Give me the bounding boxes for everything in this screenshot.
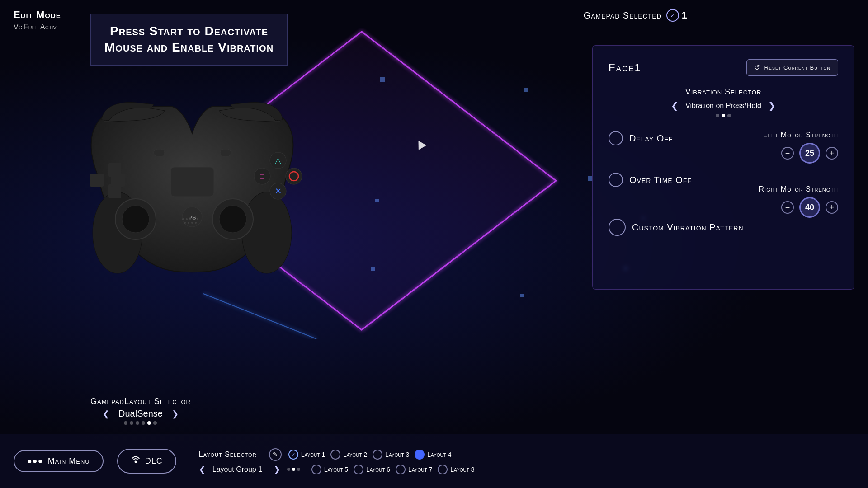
press-start-line2: Mouse and Enable Vibration: [104, 39, 274, 56]
layout-dot-6: [153, 421, 157, 425]
svg-rect-7: [90, 174, 104, 187]
left-motor-increase[interactable]: +: [826, 147, 838, 160]
layout-5-label: Layout 5: [324, 466, 348, 473]
layout-4-radio[interactable]: [415, 450, 425, 460]
custom-vibration-option: Custom Vibration Pattern: [609, 219, 838, 236]
svg-text:△: △: [275, 156, 281, 165]
custom-vibration-label: Custom Vibration Pattern: [632, 222, 744, 233]
layout-section: Layout Selector ✎ Layout 1 Layout 2: [190, 448, 854, 474]
svg-point-33: [191, 222, 193, 224]
vib-dot-2-active: [722, 114, 725, 117]
svg-point-31: [184, 222, 186, 224]
layout-1-radio[interactable]: [288, 450, 298, 460]
layout-group-row: ❮ Layout Group 1 ❯ Layout 5 Layout 6: [199, 465, 854, 474]
layout-2-radio[interactable]: [330, 450, 340, 460]
layout-group-left-arrow[interactable]: ❮: [199, 465, 206, 474]
gamepad-layout-right-arrow[interactable]: ❯: [172, 409, 179, 419]
layout-6-label: Layout 6: [366, 466, 390, 473]
vibration-selector-row: ❮ Vibration on Press/Hold ❯: [609, 100, 838, 111]
right-motor-label: Right Motor Strength: [759, 185, 838, 193]
layout-options-row1: Layout 1 Layout 2 Layout 3 Layout 4: [288, 450, 452, 460]
reset-current-button[interactable]: ↺ Reset Current Button: [746, 59, 838, 76]
left-motor-value: 25: [799, 143, 820, 164]
layout-5-radio[interactable]: [311, 465, 321, 474]
layout-6-radio[interactable]: [354, 465, 363, 474]
options-grid: Delay Off Left Motor Strength − 25 + Ove…: [609, 131, 838, 276]
controller-area: △ □ ✕ PS: [23, 68, 362, 294]
svg-point-34: [195, 222, 197, 224]
layout-4-label: Layout 4: [427, 451, 451, 458]
bottom-bar: ●●● Main Menu DLC Layout Selector ✎ L: [0, 434, 868, 488]
svg-text:□: □: [260, 173, 264, 180]
svg-rect-25: [220, 149, 231, 156]
group-dot-2-active: [292, 468, 295, 471]
layout-2-label: Layout 2: [343, 451, 367, 458]
left-motor-section: Left Motor Strength − 25 +: [763, 131, 838, 164]
svg-point-10: [122, 206, 149, 233]
gamepad-selected-area: Gamepad Selected ✓ 1: [584, 9, 687, 22]
svg-point-26: [182, 218, 184, 220]
svg-rect-8: [111, 174, 125, 187]
gamepad-selected-label: Gamepad Selected: [584, 10, 662, 21]
layout-selector-row: Layout Selector ✎ Layout 1 Layout 2: [199, 448, 854, 461]
edit-mode-label: Edit Mode: [14, 9, 61, 21]
vc-free-label: Vc Free Active: [14, 23, 61, 31]
svg-rect-21: [171, 167, 214, 197]
layout-7-option[interactable]: Layout 7: [396, 465, 432, 474]
right-motor-value: 40: [799, 197, 820, 218]
gamepad-layout-name: DualSense: [118, 408, 163, 419]
gamepad-layout-left-arrow[interactable]: ❮: [103, 409, 109, 419]
main-menu-label: Main Menu: [48, 456, 90, 466]
gamepad-number: 1: [682, 9, 687, 21]
dlc-label: DLC: [145, 456, 163, 466]
right-motor-control: − 40 +: [759, 197, 838, 218]
layout-8-radio[interactable]: [438, 465, 448, 474]
layout-options-row2: Layout 5 Layout 6 Layout 7 Layout 8: [311, 465, 475, 474]
svg-point-32: [188, 222, 189, 224]
svg-rect-24: [154, 149, 165, 156]
layout-group-name: Layout Group 1: [212, 465, 267, 474]
svg-point-17: [286, 168, 302, 184]
svg-point-4: [242, 192, 292, 273]
layout-dot-2: [130, 421, 133, 425]
vibration-selector-section: Vibration Selector ❮ Vibration on Press/…: [609, 87, 838, 117]
layout-5-option[interactable]: Layout 5: [311, 465, 348, 474]
vibration-left-arrow[interactable]: ❮: [671, 100, 679, 111]
layout-2-option[interactable]: Layout 2: [330, 450, 367, 460]
top-left-info: Edit Mode Vc Free Active: [14, 9, 61, 31]
layout-1-option[interactable]: Layout 1: [288, 450, 325, 460]
left-motor-decrease[interactable]: −: [781, 147, 794, 160]
vibration-value: Vibration on Press/Hold: [685, 102, 761, 110]
over-time-off-radio[interactable]: [609, 173, 623, 187]
custom-vibration-radio[interactable]: [609, 219, 626, 236]
wifi-icon: [131, 455, 141, 467]
right-motor-section: Right Motor Strength − 40 +: [759, 185, 838, 218]
layout-dot-5-active: [147, 421, 151, 425]
right-motor-decrease[interactable]: −: [781, 201, 794, 214]
ellipsis-icon: ●●●: [27, 456, 43, 466]
layout-7-radio[interactable]: [396, 465, 406, 474]
layout-group-right-arrow[interactable]: ❯: [274, 465, 280, 474]
layout-selector-label: Layout Selector: [199, 450, 262, 459]
layout-group-dots: [287, 468, 300, 471]
layout-3-radio[interactable]: [373, 450, 382, 460]
svg-text:PS: PS: [188, 214, 196, 221]
main-menu-button[interactable]: ●●● Main Menu: [14, 450, 104, 472]
panel-header: Face1 ↺ Reset Current Button: [609, 59, 838, 76]
layout-dot-1: [124, 421, 127, 425]
vibration-selector-label: Vibration Selector: [609, 87, 838, 97]
layout-3-option[interactable]: Layout 3: [373, 450, 409, 460]
gamepad-layout-row: ❮ DualSense ❯: [90, 408, 191, 419]
layout-4-option[interactable]: Layout 4: [415, 450, 451, 460]
press-start-line1: Press Start to Deactivate: [104, 23, 274, 39]
right-motor-increase[interactable]: +: [826, 201, 838, 214]
layout-8-option[interactable]: Layout 8: [438, 465, 474, 474]
layout-6-option[interactable]: Layout 6: [354, 465, 390, 474]
vibration-right-arrow[interactable]: ❯: [768, 100, 776, 111]
right-panel: Face1 ↺ Reset Current Button Vibration S…: [592, 45, 854, 290]
layout-edit-icon[interactable]: ✎: [269, 448, 282, 461]
layout-7-label: Layout 7: [408, 466, 432, 473]
layout-dot-3: [136, 421, 139, 425]
delay-off-radio[interactable]: [609, 131, 623, 145]
dlc-button[interactable]: DLC: [117, 449, 176, 474]
